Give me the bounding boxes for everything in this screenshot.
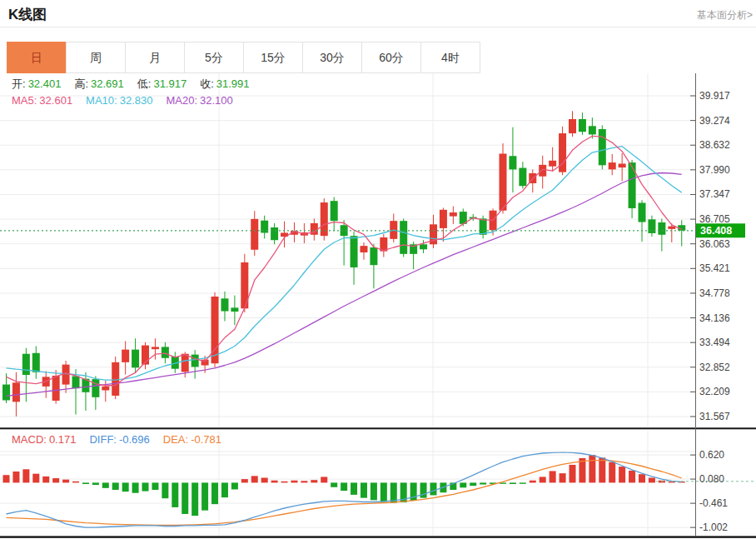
ma20-line: [7, 173, 682, 397]
tab-4时[interactable]: 4时: [420, 42, 480, 73]
svg-text:39.917: 39.917: [699, 90, 730, 102]
svg-text:38.632: 38.632: [699, 139, 730, 151]
macd-value: MACD:0.171: [12, 433, 76, 446]
interval-tabs: 日周月5分15分30分60分4时: [7, 42, 480, 73]
macd-histogram-layer: [3, 455, 685, 516]
ma10-value: MA10:32.830: [86, 94, 152, 107]
ma20-value: MA20:32.100: [166, 94, 232, 107]
svg-text:36.063: 36.063: [699, 238, 730, 250]
tab-日[interactable]: 日: [7, 42, 67, 73]
svg-text:39.274: 39.274: [699, 115, 730, 127]
svg-text:0.620: 0.620: [699, 449, 724, 461]
axis-labels-layer: 39.91739.27438.63237.99037.34736.70536.0…: [690, 90, 730, 533]
ohlc-close: 收:31.991: [200, 77, 249, 90]
kline-page: K线图 基本面分析> 日周月5分15分30分60分4时 39.91739.274…: [0, 0, 756, 539]
macd-legend: MACD:0.171DIFF:-0.696DEA:-0.781: [12, 433, 235, 446]
tab-15分[interactable]: 15分: [243, 42, 303, 73]
svg-text:0.080: 0.080: [699, 473, 724, 485]
tab-周[interactable]: 周: [66, 42, 126, 73]
ma5-value: MA5:32.601: [12, 94, 72, 107]
svg-text:31.567: 31.567: [699, 411, 730, 422]
svg-text:34.136: 34.136: [699, 312, 730, 324]
svg-text:34.778: 34.778: [699, 287, 730, 299]
ohlc-low: 低:31.917: [137, 77, 187, 90]
diff-value: DIFF:-0.696: [89, 433, 149, 446]
svg-text:36.408: 36.408: [700, 225, 732, 237]
tab-30分[interactable]: 30分: [302, 42, 362, 73]
svg-text:32.209: 32.209: [699, 386, 730, 397]
tab-60分[interactable]: 60分: [361, 42, 421, 73]
ohlc-high: 高:32.691: [74, 77, 123, 90]
svg-text:32.852: 32.852: [699, 362, 730, 373]
dea-value: DEA:-0.781: [163, 433, 221, 446]
ohlc-open: 开:32.401: [12, 77, 61, 90]
svg-text:-0.461: -0.461: [699, 497, 728, 509]
tab-月[interactable]: 月: [125, 42, 185, 73]
tab-5分[interactable]: 5分: [184, 42, 244, 73]
svg-text:-1.002: -1.002: [699, 522, 728, 533]
current-price-badge: 36.408: [696, 223, 745, 237]
svg-text:37.990: 37.990: [699, 164, 730, 176]
panel-separator: [0, 427, 756, 429]
ma-lines-layer: [7, 136, 682, 396]
svg-text:35.421: 35.421: [699, 262, 730, 274]
svg-text:33.494: 33.494: [699, 337, 730, 348]
candles-layer: [2, 111, 685, 417]
ma-legend: MA5:32.601MA10:32.830MA20:32.100: [12, 94, 246, 107]
svg-text:37.347: 37.347: [699, 188, 730, 200]
ohlc-legend: 开:32.401高:32.691低:31.917收:31.991: [12, 77, 263, 92]
svg-text:36.705: 36.705: [699, 213, 730, 225]
bottom-separator: [0, 536, 756, 537]
